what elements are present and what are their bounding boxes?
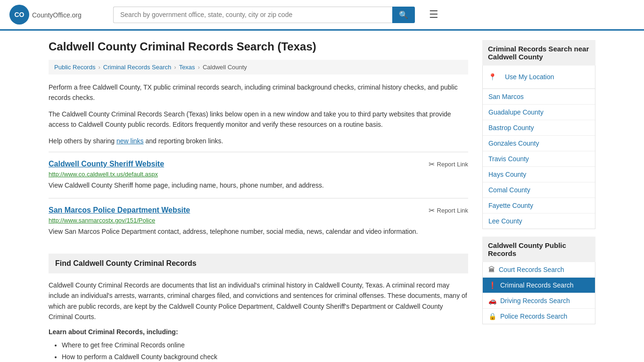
use-location-item: 📍 Use My Location — [483, 66, 595, 89]
criminal-icon: ❗ — [488, 281, 496, 289]
breadcrumb-texas[interactable]: Texas — [179, 64, 195, 71]
rec-court-item: 🏛 Court Records Search — [483, 262, 595, 277]
breadcrumb: Public Records › Criminal Records Search… — [49, 60, 468, 74]
logo-area: CO CountyOffice.org — [9, 5, 104, 25]
result-2-desc: View San Marcos Police Department contac… — [49, 227, 468, 237]
result-2-url[interactable]: http://www.sanmarcostx.gov/151/Police — [49, 217, 468, 224]
result-2-report-label: Report Link — [437, 207, 468, 214]
rec-police-records: 🔒 Police Records Search — [483, 309, 595, 324]
breadcrumb-public-records[interactable]: Public Records — [54, 64, 95, 71]
result-card-1: Caldwell County Sheriff Website ✂ Report… — [49, 152, 468, 198]
nearby-hays: Hays County — [483, 167, 595, 182]
nearby-link-comal[interactable]: Comal County — [483, 182, 595, 197]
result-card-2: San Marcos Police Department Website ✂ R… — [49, 198, 468, 244]
rec-police-link[interactable]: Police Records Search — [500, 313, 567, 320]
search-icon: 🔍 — [399, 11, 408, 19]
result-1-title: Caldwell County Sheriff Website — [49, 160, 164, 168]
nearby-lee: Lee County — [483, 214, 595, 229]
nearby-gonzales: Gonzales County — [483, 136, 595, 151]
logo-text: CountyOffice.org — [32, 10, 82, 20]
nearby-comal: Comal County — [483, 182, 595, 198]
report-icon-1: ✂ — [429, 160, 435, 169]
new-links-link[interactable]: new links — [116, 137, 144, 145]
court-icon: 🏛 — [488, 266, 495, 273]
nearby-guadalupe: Guadalupe County — [483, 105, 595, 120]
rec-criminal-link[interactable]: Criminal Records Search — [500, 281, 574, 289]
search-button[interactable]: 🔍 — [392, 7, 415, 23]
nearby-link-hays[interactable]: Hays County — [483, 167, 595, 182]
page-title: Caldwell County Criminal Records Search … — [49, 40, 468, 53]
learn-item-2: How to perform a Caldwell County backgro… — [62, 351, 468, 362]
nearby-link-bastrop[interactable]: Bastrop County — [483, 120, 595, 135]
nearby-link-guadalupe[interactable]: Guadalupe County — [483, 105, 595, 120]
nearby-travis: Travis County — [483, 151, 595, 167]
logo-name: CountyOffice — [32, 11, 70, 19]
rec-court-link[interactable]: Court Records Search — [499, 266, 564, 273]
desc-para-2: The Caldwell County Criminal Records Sea… — [49, 109, 468, 130]
rec-police-item: 🔒 Police Records Search — [483, 309, 595, 324]
find-section-content: Caldwell County Criminal Records are doc… — [49, 280, 468, 322]
result-2-report[interactable]: ✂ Report Link — [429, 206, 468, 215]
rec-driving-link[interactable]: Driving Records Search — [500, 297, 570, 304]
result-2-link[interactable]: San Marcos Police Department Website — [49, 206, 190, 214]
police-icon: 🔒 — [488, 313, 496, 320]
site-header: CO CountyOffice.org 🔍 ☰ — [0, 0, 644, 31]
learn-heading: Learn about Criminal Records, including: — [49, 328, 468, 336]
rec-court-records: 🏛 Court Records Search — [483, 262, 595, 278]
search-input[interactable] — [113, 7, 392, 23]
nearby-link-gonzales[interactable]: Gonzales County — [483, 136, 595, 151]
find-section-heading: Find Caldwell County Criminal Records — [49, 254, 468, 273]
learn-item-1: Where to get free Criminal Records onlin… — [62, 339, 468, 351]
breadcrumb-criminal-records[interactable]: Criminal Records Search — [103, 64, 172, 71]
menu-button[interactable]: ☰ — [429, 8, 438, 21]
main-content: Caldwell County Criminal Records Search … — [49, 40, 468, 362]
pin-icon: 📍 — [488, 73, 496, 81]
sidebar: Criminal Records Search near Caldwell Co… — [482, 40, 595, 362]
nearby-bastrop: Bastrop County — [483, 120, 595, 136]
result-1-report-label: Report Link — [437, 161, 468, 168]
desc-para-1: Perform a free Caldwell County, TX publi… — [49, 82, 468, 103]
nearby-san-marcos: San Marcos — [483, 89, 595, 105]
nearby-link-lee[interactable]: Lee County — [483, 214, 595, 229]
bc-sep-2: › — [174, 64, 176, 71]
driving-icon: 🚗 — [488, 297, 496, 304]
desc-para-3-before: Help others by sharing — [49, 137, 116, 145]
public-records-section-title: Caldwell County Public Records — [482, 237, 595, 262]
logo-icon: CO — [9, 5, 29, 25]
result-2-title: San Marcos Police Department Website — [49, 206, 190, 214]
result-1-url[interactable]: http://www.co.caldwell.tx.us/default.asp… — [49, 171, 468, 178]
rec-criminal-item: ❗ Criminal Records Search — [483, 278, 595, 293]
nearby-section-title: Criminal Records Search near Caldwell Co… — [482, 40, 595, 66]
breadcrumb-current: Caldwell County — [203, 64, 247, 71]
bc-sep-1: › — [98, 64, 100, 71]
rec-criminal-records: ❗ Criminal Records Search — [483, 278, 595, 293]
public-records-list: 🏛 Court Records Search ❗ Criminal Record… — [482, 262, 595, 324]
search-container: 🔍 — [113, 7, 415, 23]
use-location-link[interactable]: Use My Location — [499, 69, 560, 84]
nearby-link-list: 📍 Use My Location San Marcos Guadalupe C… — [482, 66, 595, 229]
report-icon-2: ✂ — [429, 206, 435, 215]
desc-para-3-after: and reporting broken links. — [144, 137, 223, 145]
bc-sep-3: › — [198, 64, 200, 71]
rec-driving-records: 🚗 Driving Records Search — [483, 293, 595, 309]
logo-suffix: .org — [70, 11, 82, 19]
hamburger-icon: ☰ — [429, 8, 438, 20]
nearby-link-fayette[interactable]: Fayette County — [483, 198, 595, 213]
result-1-link[interactable]: Caldwell County Sheriff Website — [49, 160, 164, 168]
desc-para-3: Help others by sharing new links and rep… — [49, 136, 468, 146]
learn-list: Where to get free Criminal Records onlin… — [49, 339, 468, 362]
result-1-desc: View Caldwell County Sheriff home page, … — [49, 181, 468, 190]
nearby-fayette: Fayette County — [483, 198, 595, 214]
nearby-link-travis[interactable]: Travis County — [483, 151, 595, 166]
svg-text:CO: CO — [15, 11, 25, 18]
rec-driving-item: 🚗 Driving Records Search — [483, 293, 595, 308]
nearby-link-san-marcos[interactable]: San Marcos — [483, 89, 595, 104]
result-1-report[interactable]: ✂ Report Link — [429, 160, 468, 169]
